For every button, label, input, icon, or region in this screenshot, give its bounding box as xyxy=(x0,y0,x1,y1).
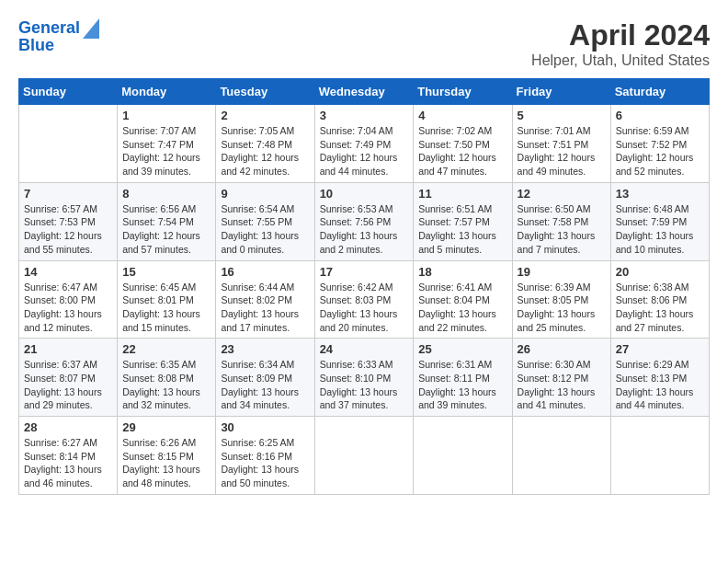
day-cell xyxy=(19,105,118,183)
header-cell-tuesday: Tuesday xyxy=(216,79,314,105)
week-row-4: 21Sunrise: 6:37 AM Sunset: 8:07 PM Dayli… xyxy=(19,339,710,417)
day-cell: 4Sunrise: 7:02 AM Sunset: 7:50 PM Daylig… xyxy=(414,105,512,183)
header-cell-wednesday: Wednesday xyxy=(314,79,414,105)
day-info: Sunrise: 6:45 AM Sunset: 8:01 PM Dayligh… xyxy=(122,281,210,335)
header-cell-saturday: Saturday xyxy=(610,79,709,105)
day-info: Sunrise: 6:33 AM Sunset: 8:10 PM Dayligh… xyxy=(320,358,409,412)
header-cell-friday: Friday xyxy=(512,79,610,105)
header-cell-monday: Monday xyxy=(118,79,216,105)
calendar-body: 1Sunrise: 7:07 AM Sunset: 7:47 PM Daylig… xyxy=(19,105,710,495)
day-info: Sunrise: 6:34 AM Sunset: 8:09 PM Dayligh… xyxy=(221,358,309,412)
day-number: 3 xyxy=(320,109,409,122)
day-cell: 17Sunrise: 6:42 AM Sunset: 8:03 PM Dayli… xyxy=(314,260,414,339)
day-info: Sunrise: 6:29 AM Sunset: 8:13 PM Dayligh… xyxy=(616,358,704,412)
header-row: SundayMondayTuesdayWednesdayThursdayFrid… xyxy=(19,79,710,105)
day-cell: 14Sunrise: 6:47 AM Sunset: 8:00 PM Dayli… xyxy=(19,260,118,339)
day-number: 11 xyxy=(418,187,506,201)
day-number: 13 xyxy=(616,187,704,201)
calendar-title: April 2024 xyxy=(531,18,710,52)
day-cell: 7Sunrise: 6:57 AM Sunset: 7:53 PM Daylig… xyxy=(19,182,118,260)
day-info: Sunrise: 6:59 AM Sunset: 7:52 PM Dayligh… xyxy=(616,124,704,178)
day-info: Sunrise: 7:07 AM Sunset: 7:47 PM Dayligh… xyxy=(122,124,210,178)
day-info: Sunrise: 6:25 AM Sunset: 8:16 PM Dayligh… xyxy=(221,436,309,490)
day-number: 17 xyxy=(320,265,409,279)
day-cell: 23Sunrise: 6:34 AM Sunset: 8:09 PM Dayli… xyxy=(216,339,314,417)
day-info: Sunrise: 6:56 AM Sunset: 7:54 PM Dayligh… xyxy=(122,202,210,257)
day-info: Sunrise: 6:31 AM Sunset: 8:11 PM Dayligh… xyxy=(418,358,506,412)
day-number: 28 xyxy=(24,420,112,434)
calendar-subtitle: Helper, Utah, United States xyxy=(531,52,710,69)
day-cell xyxy=(414,417,512,495)
logo-blue: Blue xyxy=(18,37,99,55)
day-info: Sunrise: 6:50 AM Sunset: 7:58 PM Dayligh… xyxy=(518,202,606,257)
week-row-5: 28Sunrise: 6:27 AM Sunset: 8:14 PM Dayli… xyxy=(19,417,710,495)
day-number: 20 xyxy=(616,265,704,279)
logo-icon xyxy=(83,18,99,39)
day-cell: 8Sunrise: 6:56 AM Sunset: 7:54 PM Daylig… xyxy=(118,182,216,260)
day-number: 7 xyxy=(24,187,112,201)
day-info: Sunrise: 7:02 AM Sunset: 7:50 PM Dayligh… xyxy=(418,124,506,178)
day-number: 21 xyxy=(24,342,112,356)
day-info: Sunrise: 6:41 AM Sunset: 8:04 PM Dayligh… xyxy=(418,281,506,335)
day-cell: 5Sunrise: 7:01 AM Sunset: 7:51 PM Daylig… xyxy=(512,105,610,183)
title-area: April 2024 Helper, Utah, United States xyxy=(531,18,710,69)
day-cell: 16Sunrise: 6:44 AM Sunset: 8:02 PM Dayli… xyxy=(216,260,314,339)
day-cell: 6Sunrise: 6:59 AM Sunset: 7:52 PM Daylig… xyxy=(610,105,709,183)
day-number: 22 xyxy=(122,342,210,356)
day-cell: 22Sunrise: 6:35 AM Sunset: 8:08 PM Dayli… xyxy=(118,339,216,417)
day-number: 30 xyxy=(221,420,309,434)
day-number: 6 xyxy=(616,109,704,122)
day-number: 24 xyxy=(320,342,409,356)
day-info: Sunrise: 6:51 AM Sunset: 7:57 PM Dayligh… xyxy=(418,202,506,257)
day-info: Sunrise: 6:38 AM Sunset: 8:06 PM Dayligh… xyxy=(616,281,704,335)
week-row-3: 14Sunrise: 6:47 AM Sunset: 8:00 PM Dayli… xyxy=(19,260,710,339)
day-cell xyxy=(610,417,709,495)
day-cell xyxy=(512,417,610,495)
day-cell: 30Sunrise: 6:25 AM Sunset: 8:16 PM Dayli… xyxy=(216,417,314,495)
day-cell: 27Sunrise: 6:29 AM Sunset: 8:13 PM Dayli… xyxy=(610,339,709,417)
day-cell: 19Sunrise: 6:39 AM Sunset: 8:05 PM Dayli… xyxy=(512,260,610,339)
day-cell: 21Sunrise: 6:37 AM Sunset: 8:07 PM Dayli… xyxy=(19,339,118,417)
day-info: Sunrise: 6:48 AM Sunset: 7:59 PM Dayligh… xyxy=(616,202,704,257)
day-number: 15 xyxy=(122,265,210,279)
calendar-table: SundayMondayTuesdayWednesdayThursdayFrid… xyxy=(18,78,710,495)
day-number: 18 xyxy=(418,265,506,279)
day-number: 25 xyxy=(418,342,506,356)
day-cell xyxy=(314,417,414,495)
day-number: 5 xyxy=(518,109,606,122)
day-number: 4 xyxy=(418,109,506,122)
day-info: Sunrise: 6:57 AM Sunset: 7:53 PM Dayligh… xyxy=(24,202,112,257)
day-cell: 12Sunrise: 6:50 AM Sunset: 7:58 PM Dayli… xyxy=(512,182,610,260)
day-cell: 25Sunrise: 6:31 AM Sunset: 8:11 PM Dayli… xyxy=(414,339,512,417)
day-number: 26 xyxy=(518,342,606,356)
day-cell: 15Sunrise: 6:45 AM Sunset: 8:01 PM Dayli… xyxy=(118,260,216,339)
svg-marker-0 xyxy=(83,18,99,39)
day-number: 9 xyxy=(221,187,309,201)
header-cell-thursday: Thursday xyxy=(414,79,512,105)
day-info: Sunrise: 6:44 AM Sunset: 8:02 PM Dayligh… xyxy=(221,281,309,335)
week-row-2: 7Sunrise: 6:57 AM Sunset: 7:53 PM Daylig… xyxy=(19,182,710,260)
day-cell: 9Sunrise: 6:54 AM Sunset: 7:55 PM Daylig… xyxy=(216,182,314,260)
day-info: Sunrise: 6:54 AM Sunset: 7:55 PM Dayligh… xyxy=(221,202,309,257)
day-info: Sunrise: 6:42 AM Sunset: 8:03 PM Dayligh… xyxy=(320,281,409,335)
day-cell: 24Sunrise: 6:33 AM Sunset: 8:10 PM Dayli… xyxy=(314,339,414,417)
logo-text: General xyxy=(18,19,80,38)
day-number: 8 xyxy=(122,187,210,201)
day-number: 1 xyxy=(122,109,210,122)
day-cell: 1Sunrise: 7:07 AM Sunset: 7:47 PM Daylig… xyxy=(118,105,216,183)
day-cell: 3Sunrise: 7:04 AM Sunset: 7:49 PM Daylig… xyxy=(314,105,414,183)
day-cell: 20Sunrise: 6:38 AM Sunset: 8:06 PM Dayli… xyxy=(610,260,709,339)
logo: General Blue xyxy=(18,18,99,55)
day-cell: 2Sunrise: 7:05 AM Sunset: 7:48 PM Daylig… xyxy=(216,105,314,183)
day-number: 10 xyxy=(320,187,409,201)
day-number: 16 xyxy=(221,265,309,279)
day-number: 2 xyxy=(221,109,309,122)
day-info: Sunrise: 7:01 AM Sunset: 7:51 PM Dayligh… xyxy=(518,124,606,178)
day-number: 23 xyxy=(221,342,309,356)
day-cell: 10Sunrise: 6:53 AM Sunset: 7:56 PM Dayli… xyxy=(314,182,414,260)
day-info: Sunrise: 6:26 AM Sunset: 8:15 PM Dayligh… xyxy=(122,436,210,490)
header-cell-sunday: Sunday xyxy=(19,79,118,105)
day-number: 29 xyxy=(122,420,210,434)
day-info: Sunrise: 6:53 AM Sunset: 7:56 PM Dayligh… xyxy=(320,202,409,257)
day-info: Sunrise: 7:04 AM Sunset: 7:49 PM Dayligh… xyxy=(320,124,409,178)
